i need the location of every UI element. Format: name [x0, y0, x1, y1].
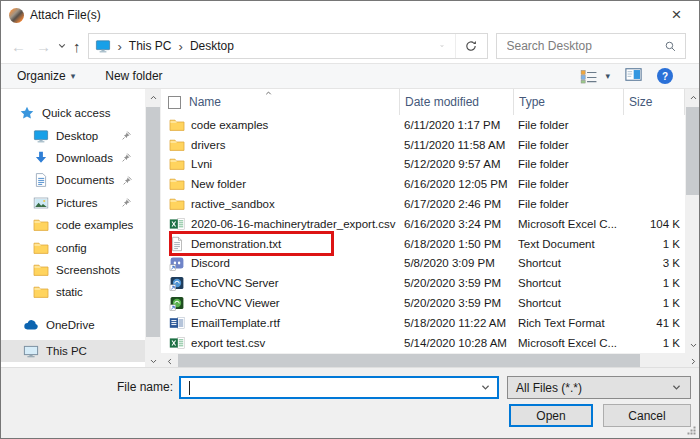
scrollbar-thumb[interactable] [686, 107, 700, 195]
folder-icon [33, 217, 49, 233]
file-row-echovnc-server[interactable]: EchoVNC Server 5/20/2020 3:59 PM Shortcu… [161, 273, 700, 293]
folder-icon [169, 137, 185, 153]
chevron-down-icon[interactable] [480, 382, 491, 393]
sidebar-item-downloads[interactable]: Downloads [1, 147, 145, 169]
toolbar-right-group: ▾ ? [580, 68, 673, 84]
pin-icon [120, 129, 133, 142]
sidebar-item-code-examples[interactable]: code examples [1, 214, 145, 236]
column-header-type[interactable]: Type [513, 89, 623, 115]
folder-icon [169, 176, 185, 192]
help-button[interactable]: ? [657, 68, 673, 84]
sidebar-item-static[interactable]: static [1, 281, 145, 303]
file-rows: code examples 6/11/2020 1:17 PM File fol… [161, 115, 700, 353]
search-input[interactable] [505, 38, 664, 54]
text-caret [189, 381, 190, 395]
file-list-vertical-scrollbar[interactable] [685, 89, 700, 353]
file-row-code-examples[interactable]: code examples 6/11/2020 1:17 PM File fol… [161, 115, 700, 135]
sidebar-item-quick-access[interactable]: Quick access [1, 102, 145, 124]
sidebar-item-label: OneDrive [46, 319, 95, 331]
sidebar-item-label: Quick access [42, 107, 110, 119]
rtf-icon [169, 315, 185, 331]
sidebar-item-label: Screenshots [56, 264, 120, 276]
breadcrumb-desktop[interactable]: Desktop [190, 39, 234, 53]
titlebar: Attach File(s) [1, 1, 699, 29]
text-document-icon [169, 236, 185, 252]
new-folder-button[interactable]: New folder [105, 69, 162, 83]
column-header-size[interactable]: Size [623, 89, 685, 115]
sidebar-item-onedrive[interactable]: OneDrive [1, 314, 145, 336]
sidebar-item-label: Desktop [56, 130, 98, 142]
dropdown-arrow-icon: ▾ [71, 71, 76, 81]
pin-icon [120, 196, 133, 209]
file-row-drivers[interactable]: drivers 5/11/2020 11:58 AM File folder [161, 135, 700, 155]
sort-ascending-icon [264, 89, 273, 97]
address-bar[interactable]: › This PC › Desktop [88, 33, 488, 59]
sidebar-item-documents[interactable]: Documents [1, 169, 145, 191]
folder-icon [33, 284, 49, 300]
excel-icon [169, 216, 185, 232]
folder-icon [169, 156, 185, 172]
close-button[interactable]: × [654, 1, 699, 29]
sidebar-item-label: config [56, 242, 87, 254]
file-row-echovnc-viewer[interactable]: EchoVNC Viewer 5/20/2020 3:59 PM Shortcu… [161, 293, 700, 313]
sidebar-item-screenshots[interactable]: Screenshots [1, 259, 145, 281]
vnc-server-shortcut-icon [169, 275, 185, 291]
up-button[interactable]: ↑ [73, 39, 81, 54]
pin-icon [121, 174, 134, 187]
views-button[interactable]: ▾ [580, 69, 610, 84]
sidebar-scrollbar[interactable] [145, 89, 161, 369]
file-type-select[interactable]: All Files (*.*) [507, 376, 691, 399]
star-icon [19, 105, 35, 121]
recent-locations-chevron-icon[interactable] [57, 41, 67, 51]
chevron-down-icon [671, 382, 682, 393]
preview-pane-button[interactable] [625, 68, 642, 84]
file-row-machinerytrader-export[interactable]: 2020-06-16-machinerytrader_export.csv 6/… [161, 214, 700, 234]
scroll-up-icon[interactable] [685, 89, 700, 105]
search-box[interactable] [496, 33, 686, 59]
file-row-export-test-csv[interactable]: export test.csv 5/14/2020 10:28 AM Micro… [161, 333, 700, 353]
sidebar-item-pictures[interactable]: Pictures [1, 192, 145, 214]
sidebar-item-label: Documents [56, 174, 114, 186]
back-button[interactable]: ← [11, 39, 26, 54]
forward-button[interactable]: → [36, 39, 51, 54]
app-icon [9, 8, 24, 23]
scrollbar-thumb[interactable] [178, 354, 640, 368]
scrollbar-thumb[interactable] [146, 107, 160, 337]
vnc-viewer-shortcut-icon [169, 295, 185, 311]
file-row-new-folder[interactable]: New folder 6/16/2020 12:05 PM File folde… [161, 174, 700, 194]
column-header-name[interactable]: Name [161, 89, 399, 115]
sidebar-gap [1, 304, 161, 314]
folder-icon [169, 117, 185, 133]
sidebar-item-config[interactable]: config [1, 236, 145, 258]
sidebar-item-label: Pictures [56, 197, 98, 209]
file-row-ractive-sandbox[interactable]: ractive_sandbox 6/17/2020 2:46 PM File f… [161, 194, 700, 214]
breadcrumb-this-pc[interactable]: This PC [129, 39, 172, 53]
address-dropdown-chevron-icon[interactable] [429, 41, 455, 51]
open-button[interactable]: Open [509, 404, 593, 427]
sidebar-item-desktop[interactable]: Desktop [1, 124, 145, 146]
resize-grip-icon[interactable] [687, 426, 696, 435]
navigation-pane: Quick access Desktop Downloads Documents… [1, 89, 161, 369]
breadcrumb-separator-icon: › [172, 39, 190, 54]
column-header-date-modified[interactable]: Date modified [399, 89, 513, 115]
list-view-icon [580, 69, 599, 84]
preview-pane-icon [625, 68, 642, 81]
column-headers: Name Date modified Type Size [161, 89, 700, 115]
sidebar-item-this-pc[interactable]: This PC [1, 340, 145, 362]
cancel-button[interactable]: Cancel [603, 404, 691, 427]
file-row-lvni[interactable]: Lvni 5/12/2020 9:57 AM File folder [161, 155, 700, 175]
organize-button[interactable]: Organize ▾ [17, 69, 75, 83]
file-row-emailtemplate-rtf[interactable]: EmailTemplate.rtf 5/18/2020 11:22 AM Ric… [161, 313, 700, 333]
organize-label: Organize [17, 69, 66, 83]
file-row-demonstration-txt[interactable]: Demonstration.txt 6/18/2020 1:50 PM Text… [161, 234, 700, 254]
select-all-checkbox[interactable] [168, 96, 181, 109]
download-arrow-icon [33, 150, 49, 166]
search-icon [664, 40, 677, 53]
file-row-discord[interactable]: Discord 5/8/2020 3:09 PM Shortcut 3 K [161, 254, 700, 274]
sidebar-item-label: This PC [46, 345, 87, 357]
refresh-icon [464, 39, 478, 53]
refresh-button[interactable] [455, 34, 487, 58]
scroll-up-icon[interactable] [145, 89, 161, 105]
file-name-input[interactable] [179, 376, 499, 399]
scroll-down-icon[interactable] [685, 337, 700, 353]
